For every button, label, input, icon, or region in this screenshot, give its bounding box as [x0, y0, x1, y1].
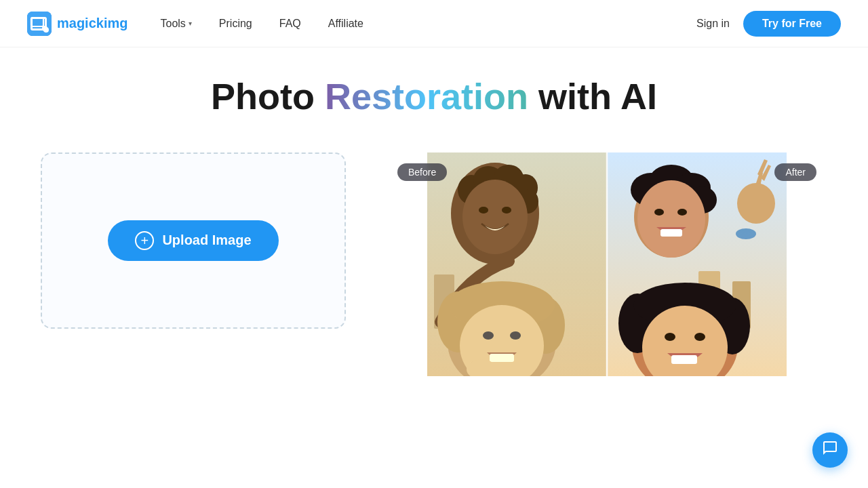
pricing-label: Pricing: [219, 18, 252, 30]
brand-name: magick: [57, 16, 104, 30]
nav-left: magickimg Tools ▾ Pricing FAQ: [27, 12, 363, 36]
svg-rect-25: [490, 354, 514, 362]
faq-label: FAQ: [279, 18, 301, 30]
hero-title: Photo Restoration with AI: [41, 75, 827, 119]
svg-point-38: [677, 209, 687, 216]
nav-item-tools[interactable]: Tools ▾: [161, 18, 192, 30]
svg-point-24: [510, 331, 521, 340]
svg-rect-1: [31, 18, 43, 26]
title-start: Photo: [211, 76, 325, 117]
svg-point-37: [654, 209, 664, 216]
upload-button[interactable]: + Upload Image: [108, 220, 278, 261]
nav-item-faq[interactable]: FAQ: [279, 18, 301, 30]
pricing-link[interactable]: Pricing: [219, 18, 252, 30]
svg-point-36: [637, 180, 705, 258]
affiliate-link[interactable]: Affiliate: [328, 18, 363, 30]
try-free-button[interactable]: Try for Free: [743, 11, 841, 37]
upload-dropzone[interactable]: + Upload Image: [41, 152, 346, 329]
logo-link[interactable]: magickimg: [27, 12, 128, 36]
brand-accent: img: [104, 16, 128, 30]
nav-item-affiliate[interactable]: Affiliate: [328, 18, 363, 30]
comparison-container: Before After: [387, 152, 827, 376]
nav-links: Tools ▾ Pricing FAQ Affiliate: [161, 18, 363, 30]
signin-button[interactable]: Sign in: [696, 18, 730, 30]
before-label: Before: [408, 167, 436, 178]
upload-label: Upload Image: [162, 232, 251, 248]
logo-text: magickimg: [57, 16, 128, 31]
tools-link[interactable]: Tools ▾: [161, 18, 192, 30]
title-end: with AI: [528, 76, 657, 117]
chevron-down-icon: ▾: [189, 20, 192, 27]
affiliate-label: Affiliate: [328, 18, 363, 30]
nav-item-pricing[interactable]: Pricing: [219, 18, 252, 30]
svg-point-17: [502, 207, 511, 214]
svg-point-2: [43, 27, 49, 33]
svg-point-47: [694, 333, 705, 341]
title-gradient: Restoration: [325, 76, 528, 117]
tools-label: Tools: [161, 18, 186, 30]
comparison-image: [387, 152, 827, 376]
chat-button[interactable]: [812, 432, 848, 468]
chat-icon: [822, 440, 838, 460]
nav-right: Sign in Try for Free: [696, 11, 841, 37]
svg-point-15: [462, 180, 528, 254]
after-badge: After: [774, 163, 816, 181]
plus-circle-icon: +: [135, 231, 154, 250]
navbar: magickimg Tools ▾ Pricing FAQ: [0, 0, 868, 47]
svg-point-16: [479, 207, 488, 214]
after-label: After: [785, 167, 806, 178]
logo-icon: [27, 12, 52, 36]
content-area: + Upload Image Before After: [41, 152, 827, 376]
svg-point-30: [737, 183, 775, 224]
svg-rect-48: [671, 355, 697, 364]
svg-point-40: [736, 228, 756, 239]
svg-point-46: [665, 333, 675, 341]
svg-point-23: [483, 331, 494, 340]
before-badge: Before: [397, 163, 447, 181]
faq-link[interactable]: FAQ: [279, 18, 301, 30]
svg-rect-0: [27, 12, 52, 36]
main-content: Photo Restoration with AI + Upload Image…: [0, 47, 868, 376]
svg-rect-39: [660, 229, 682, 237]
